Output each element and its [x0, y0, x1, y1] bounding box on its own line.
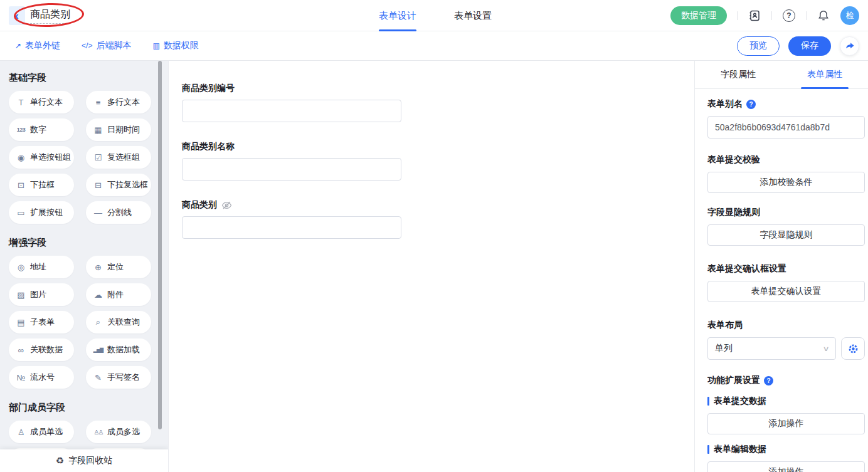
back-button[interactable]: ‹ [9, 6, 25, 25]
cloud-upload-icon: ☁ [93, 290, 103, 300]
product-category-code-field[interactable]: 商品类别编号 [182, 83, 682, 122]
section-title-basic-fields: 基础字段 [9, 72, 168, 84]
image-icon: ▨ [16, 290, 26, 300]
field-visibility-label: 字段显隐规则 [707, 207, 865, 218]
preview-button[interactable]: 预览 [737, 36, 780, 56]
palette-item-datetime[interactable]: ▦日期时间 [86, 118, 151, 141]
palette-item-attachment[interactable]: ☁附件 [86, 283, 151, 306]
tab-form-properties[interactable]: 表单属性 [781, 61, 868, 88]
data-manage-button[interactable]: 数据管理 [670, 6, 727, 25]
panel-body: 表单别名 ? 表单提交校验 添加校验条件 字段显隐规则 字段显隐规则 表单提交确… [695, 98, 868, 472]
field-palette-sidebar: 基础字段 T单行文本 ≡多行文本 123数字 ▦日期时间 ◉单选按钮组 ☑复选框… [0, 61, 168, 472]
bar-chart-icon: ▂▅▇ [93, 347, 103, 353]
sub-form-icon: ▤ [16, 318, 26, 327]
eye-hidden-icon [221, 201, 232, 210]
palette-item-serial-number[interactable]: №流水号 [9, 366, 74, 389]
palette-item-member-multi[interactable]: ♙♙成员多选 [86, 421, 151, 443]
location-target-icon: ⊕ [93, 263, 103, 272]
layout-gear-button[interactable] [841, 337, 865, 360]
field-recycle-bin[interactable]: ♻ 字段回收站 [0, 449, 168, 472]
add-validation-button[interactable]: 添加校验条件 [707, 172, 865, 193]
tab-form-settings[interactable]: 表单设置 [454, 0, 492, 31]
form-alias-label: 表单别名 ? [707, 98, 865, 110]
product-category-field[interactable]: 商品类别 [182, 199, 682, 239]
share-button[interactable] [840, 36, 859, 56]
notification-bell-icon[interactable] [817, 9, 830, 23]
toolbar-links: ↗ 表单外链 </> 后端脚本 ▥ 数据权限 [9, 40, 199, 51]
sidebar-scrollbar[interactable] [158, 61, 162, 429]
divider [806, 11, 807, 20]
layout-select[interactable]: 单列 ∨ [707, 337, 836, 360]
palette-item-divider[interactable]: —分割线 [86, 201, 151, 224]
product-category-name-field[interactable]: 商品类别名称 [182, 141, 682, 181]
palette-item-checkbox-group[interactable]: ☑复选框组 [86, 146, 151, 169]
page-title[interactable]: 商品类别 [30, 8, 70, 24]
section-title-member-fields: 部门成员字段 [9, 402, 168, 414]
form-layout-label: 表单布局 [707, 320, 865, 331]
calendar-icon: ▦ [93, 125, 103, 135]
address-pin-icon: ◎ [16, 263, 26, 272]
tab-form-design[interactable]: 表单设计 [379, 0, 416, 31]
extend-button-icon: ▭ [16, 208, 26, 218]
form-external-link[interactable]: ↗ 表单外链 [15, 40, 60, 51]
palette-item-image[interactable]: ▨图片 [9, 283, 74, 306]
toolbar-right: 预览 保存 [737, 36, 859, 56]
palette-item-address[interactable]: ◎地址 [9, 256, 74, 278]
submit-confirm-setting-button[interactable]: 表单提交确认设置 [707, 281, 865, 302]
palette-item-sub-form[interactable]: ▤子表单 [9, 311, 74, 333]
pen-icon: ✎ [93, 373, 103, 382]
help-badge-icon[interactable]: ? [764, 376, 773, 385]
single-line-text-icon: T [16, 98, 26, 107]
palette-item-multi-select[interactable]: ⊟下拉复选框 [86, 174, 151, 196]
header-tabs: 表单设计 表单设置 [379, 0, 492, 31]
checkbox-icon: ☑ [93, 153, 103, 162]
submit-data-subhead: 表单提交数据 [707, 396, 865, 407]
help-icon[interactable]: ? [782, 9, 796, 23]
person-icon: ♙ [16, 427, 26, 437]
palette-item-signature[interactable]: ✎手写签名 [86, 366, 151, 389]
field-visibility-rule-button[interactable]: 字段显隐规则 [707, 224, 865, 246]
product-category-name-input[interactable] [182, 158, 401, 181]
product-category-code-input[interactable] [182, 100, 401, 122]
basic-fields-grid: T单行文本 ≡多行文本 123数字 ▦日期时间 ◉单选按钮组 ☑复选框组 ⊡下拉… [9, 91, 168, 224]
avatar[interactable]: 检 [840, 6, 859, 25]
palette-item-related-data[interactable]: ∞关联数据 [9, 338, 74, 361]
share-arrow-icon [845, 41, 855, 51]
save-button[interactable]: 保存 [788, 36, 831, 56]
palette-item-member-single[interactable]: ♙成员单选 [9, 421, 74, 443]
add-action-submit-button[interactable]: 添加操作 [707, 413, 865, 434]
divider-line-icon: — [93, 208, 103, 218]
submit-confirm-label: 表单提交确认框设置 [707, 263, 865, 275]
contacts-book-icon[interactable] [748, 9, 761, 23]
number-icon: 123 [16, 127, 26, 133]
form-alias-input[interactable] [707, 116, 865, 139]
tab-field-properties[interactable]: 字段属性 [695, 61, 781, 88]
palette-item-radio-group[interactable]: ◉单选按钮组 [9, 146, 74, 169]
palette-item-single-line-text[interactable]: T单行文本 [9, 91, 74, 113]
edit-data-subhead: 表单编辑数据 [707, 444, 865, 455]
palette-item-number[interactable]: 123数字 [9, 118, 74, 141]
back-chevron-icon: ‹ [15, 9, 19, 23]
code-icon: </> [82, 41, 92, 50]
backend-script-link[interactable]: </> 后端脚本 [82, 40, 131, 51]
palette-item-multi-line-text[interactable]: ≡多行文本 [86, 91, 151, 113]
header-left: ‹ 商品类别 [9, 0, 70, 31]
related-data-icon: ∞ [16, 345, 26, 355]
submit-validation-label: 表单提交校验 [707, 154, 865, 165]
radio-icon: ◉ [16, 153, 26, 162]
blue-bar [707, 445, 709, 454]
form-canvas[interactable]: 商品类别编号 商品类别名称 商品类别 [168, 61, 695, 472]
palette-item-location[interactable]: ⊕定位 [86, 256, 151, 278]
divider [771, 11, 772, 20]
palette-item-data-load[interactable]: ▂▅▇数据加载 [86, 338, 151, 361]
field-label: 商品类别 [182, 199, 682, 211]
people-icon: ♙♙ [93, 429, 103, 436]
palette-item-related-query[interactable]: ⌕关联查询 [86, 311, 151, 333]
properties-panel: 字段属性 表单属性 表单别名 ? 表单提交校验 添加校验条件 字段显隐规则 字段… [695, 61, 868, 472]
add-action-edit-button[interactable]: 添加操作 [707, 461, 865, 472]
data-permission-link[interactable]: ▥ 数据权限 [152, 40, 198, 51]
palette-item-extend-button[interactable]: ▭扩展按钮 [9, 201, 74, 224]
product-category-input[interactable] [182, 216, 401, 239]
palette-item-select[interactable]: ⊡下拉框 [9, 174, 74, 196]
help-badge-icon[interactable]: ? [746, 100, 756, 109]
